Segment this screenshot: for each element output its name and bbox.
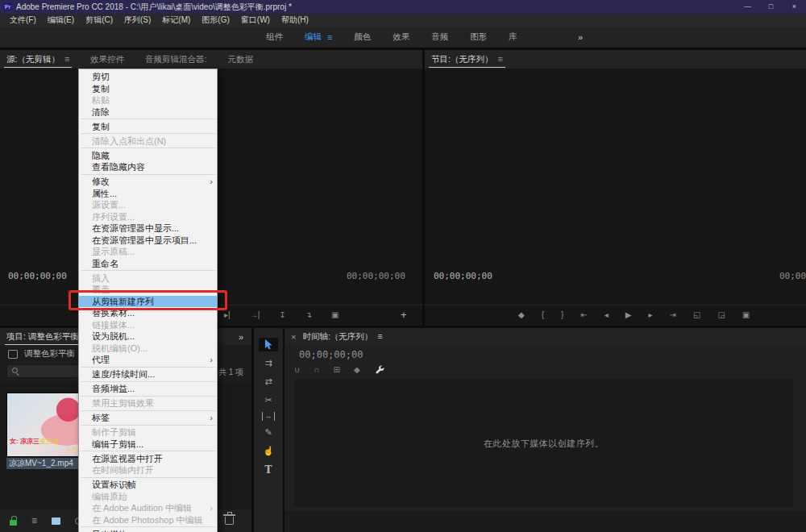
close-icon[interactable]: × xyxy=(291,332,296,342)
menubar-item-1[interactable]: 编辑(E) xyxy=(42,15,80,26)
panel-menu-icon[interactable]: ≡ xyxy=(327,32,332,42)
go-to-in-icon[interactable]: ⇤ xyxy=(580,310,587,321)
tab-program-monitor[interactable]: 节目:（无序列） ≡ xyxy=(431,50,503,69)
context-menu-item[interactable]: 复制 xyxy=(79,121,217,133)
add-marker-icon[interactable]: ◆ xyxy=(518,310,525,321)
play-icon[interactable]: ▶ xyxy=(625,310,632,321)
context-menu-item[interactable]: 编辑子剪辑... xyxy=(79,438,217,451)
context-menu-item[interactable]: 导出媒体 xyxy=(79,529,217,532)
clip-item[interactable]: 女: 凉凉三生三世 入画的 凉凉MV~1_2.mp4 xyxy=(6,393,86,469)
clip-thumbnail[interactable]: 女: 凉凉三生三世 入画的 xyxy=(6,393,86,457)
panel-menu-icon[interactable]: ≡ xyxy=(377,331,382,343)
extract-icon[interactable]: ◲ xyxy=(717,310,725,321)
hand-tool[interactable]: ☝ xyxy=(259,444,278,458)
workspace-tab-4[interactable]: 音频 xyxy=(431,31,448,43)
source-group-tab-3[interactable]: 元数据 xyxy=(227,50,253,69)
menubar-item-7[interactable]: 帮助(H) xyxy=(276,15,314,26)
context-menu-item[interactable]: 属性... xyxy=(79,188,217,200)
menu-item-label: 设置标识帧 xyxy=(92,480,136,489)
project-overflow-icon[interactable]: » xyxy=(239,332,243,342)
premiere-app-window: Pr Adobe Premiere Pro CC 2018 - C:\用户\li… xyxy=(0,0,806,532)
timeline-drop-zone[interactable]: 在此处放下媒体以创建序列。 xyxy=(294,380,793,507)
context-menu-item[interactable]: 标签› xyxy=(79,412,217,424)
mark-out-icon[interactable]: } xyxy=(561,310,563,321)
pen-tool[interactable]: ✎ xyxy=(259,426,278,439)
context-menu-item[interactable]: 设为脱机... xyxy=(79,330,217,343)
export-frame-icon[interactable]: ▣ xyxy=(331,310,339,321)
menubar-item-6[interactable]: 窗口(W) xyxy=(235,15,276,26)
context-menu-item[interactable]: 重命名 xyxy=(79,258,217,270)
go-to-out-icon[interactable]: →| xyxy=(250,310,260,321)
source-group-tab-2[interactable]: 音频剪辑混合器: xyxy=(145,50,206,69)
context-menu-item[interactable]: 设置标识帧 xyxy=(79,479,217,491)
menubar-item-2[interactable]: 剪辑(C) xyxy=(80,15,118,26)
type-tool[interactable]: T xyxy=(259,463,278,476)
selection-tool[interactable] xyxy=(259,338,278,351)
maximize-button[interactable]: □ xyxy=(759,0,783,14)
source-group-tab-1[interactable]: 效果控件 xyxy=(90,50,124,69)
close-button[interactable]: × xyxy=(783,0,806,14)
timeline-timecode: 00;00;00;00 xyxy=(299,349,363,360)
context-menu-item[interactable]: 清除 xyxy=(79,106,217,118)
go-to-out-icon[interactable]: ⇥ xyxy=(670,310,676,321)
snap-icon[interactable]: ∪ xyxy=(294,365,300,374)
context-menu-item[interactable]: 剪切 xyxy=(79,71,217,83)
program-duration-timecode: 00;00;00;00 xyxy=(779,271,806,281)
workspace-tab-6[interactable]: 库 xyxy=(509,31,517,43)
step-forward-icon[interactable]: ▸| xyxy=(224,310,231,321)
workspace-overflow-icon[interactable]: » xyxy=(578,27,583,48)
context-menu-item[interactable]: 在资源管理器中显示项目... xyxy=(79,235,217,247)
workspace-tab-2[interactable]: 颜色 xyxy=(354,31,371,43)
step-forward-icon[interactable]: ▸ xyxy=(649,310,653,321)
context-menu-item[interactable]: 速度/持续时间... xyxy=(79,368,217,380)
context-menu-item[interactable]: 在源监视器中打开 xyxy=(79,453,217,465)
list-view-icon[interactable]: ≡ xyxy=(31,516,37,526)
unlocked-icon[interactable] xyxy=(10,520,17,526)
export-frame-icon[interactable]: ▣ xyxy=(742,310,750,321)
panel-menu-icon[interactable]: ≡ xyxy=(497,50,502,69)
add-marker-icon[interactable]: ◆ xyxy=(354,365,360,374)
menu-item-label: 禁用主剪辑效果 xyxy=(92,398,154,408)
program-controls-divider xyxy=(425,305,806,305)
context-menu-item[interactable]: 代理› xyxy=(79,354,217,366)
timeline-settings-wrench-icon[interactable] xyxy=(375,364,385,379)
linked-selection-icon[interactable]: ∩ xyxy=(314,365,319,374)
thumbnail-subtitle: 女: 凉凉三生三世 xyxy=(10,437,59,446)
mark-in-icon[interactable]: { xyxy=(542,310,544,321)
menubar-item-3[interactable]: 序列(S) xyxy=(118,15,156,26)
razor-tool[interactable]: ✂ xyxy=(259,393,278,407)
workspace-tab-0[interactable]: 组件 xyxy=(266,31,283,43)
context-menu-item[interactable]: 修改› xyxy=(79,176,217,188)
step-back-icon[interactable]: ◂ xyxy=(604,310,609,321)
nested-sequence-icon[interactable]: ⊞ xyxy=(334,365,340,374)
workspace-tab-1[interactable]: 编辑≡ xyxy=(305,31,332,43)
tab-project[interactable]: 项目: 调整色彩平衡 xyxy=(6,328,79,345)
overwrite-icon[interactable]: ↴ xyxy=(305,310,312,321)
context-menu-item[interactable]: 复制 xyxy=(79,83,217,95)
project-breadcrumb[interactable]: 调整色彩平衡 xyxy=(8,348,75,360)
context-menu-item[interactable]: 查看隐藏内容 xyxy=(79,161,217,173)
delete-icon[interactable] xyxy=(225,517,234,525)
context-menu-item[interactable]: 隐藏 xyxy=(79,150,217,162)
context-menu-item[interactable]: 音频增益... xyxy=(79,383,217,395)
ripple-edit-tool[interactable]: ⇄ xyxy=(259,375,278,389)
tab-timeline[interactable]: 时间轴:（无序列） ≡ xyxy=(302,331,382,343)
context-menu-item[interactable]: 在资源管理器中显示... xyxy=(79,222,217,235)
track-select-forward-tool[interactable]: ⇉ xyxy=(259,356,278,370)
icon-view-icon[interactable] xyxy=(52,517,60,525)
slip-tool[interactable]: ↔ xyxy=(262,412,275,421)
minimize-button[interactable]: — xyxy=(736,0,759,14)
timeline-toolbar: ∪∩⊞◆ xyxy=(294,365,360,374)
workspace-tab-5[interactable]: 图形 xyxy=(470,31,487,43)
menu-item-label: 代理 xyxy=(92,355,110,364)
menubar-item-5[interactable]: 图形(G) xyxy=(196,15,235,26)
lift-icon[interactable]: ◱ xyxy=(693,310,700,321)
workspace-tab-3[interactable]: 效果 xyxy=(393,31,409,43)
source-group-tab-0[interactable]: 源:（无剪辑）≡ xyxy=(6,50,69,69)
button-editor-plus-icon[interactable]: + xyxy=(401,309,407,321)
insert-icon[interactable]: ↧ xyxy=(279,310,285,321)
clip-filename[interactable]: 凉凉MV~1_2.mp4 xyxy=(6,458,86,469)
panel-menu-icon[interactable]: ≡ xyxy=(64,50,69,69)
menubar-item-4[interactable]: 标记(M) xyxy=(156,15,196,26)
menubar-item-0[interactable]: 文件(F) xyxy=(4,15,42,26)
